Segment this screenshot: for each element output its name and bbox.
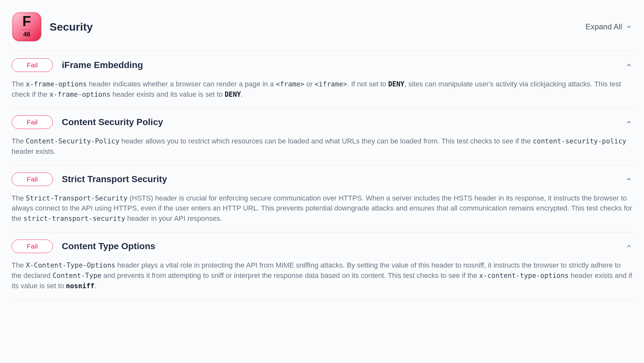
security-item: FailStrict Transport SecurityThe Strict-… <box>12 165 632 233</box>
chevron-up-icon <box>625 119 632 126</box>
item-title: Strict Transport Security <box>62 174 167 184</box>
item-description: The X-Content-Type-Options header plays … <box>12 260 632 291</box>
item-header[interactable]: FailStrict Transport Security <box>12 172 632 186</box>
expand-all-label: Expand All <box>586 22 622 31</box>
grade-letter: F <box>23 14 31 28</box>
security-item: FailiFrame EmbeddingThe x-frame-options … <box>12 51 632 108</box>
item-header-left: FailiFrame Embedding <box>12 58 143 72</box>
item-title: Content Security Policy <box>62 117 163 127</box>
expand-all-button[interactable]: Expand All <box>586 22 632 31</box>
item-description: The Content-Security-Policy header allow… <box>12 136 632 157</box>
status-pill: Fail <box>12 115 53 129</box>
status-pill: Fail <box>12 58 53 72</box>
header-left: F 46 Security <box>12 12 93 42</box>
page-title: Security <box>50 21 93 33</box>
status-pill: Fail <box>12 240 53 253</box>
chevron-down-icon <box>625 23 632 30</box>
item-header-left: FailStrict Transport Security <box>12 172 167 186</box>
item-description: The Strict-Transport-Security (HSTS) hea… <box>12 193 632 224</box>
grade-badge: F 46 <box>12 12 42 42</box>
item-header-left: FailContent Security Policy <box>12 115 163 129</box>
item-header[interactable]: FailContent Type Options <box>12 240 632 253</box>
security-item: FailContent Security PolicyThe Content-S… <box>12 108 632 165</box>
item-header[interactable]: FailContent Security Policy <box>12 115 632 129</box>
section-header: F 46 Security Expand All <box>12 12 632 51</box>
item-title: iFrame Embedding <box>62 60 143 70</box>
item-header-left: FailContent Type Options <box>12 240 155 253</box>
grade-score: 46 <box>21 30 32 38</box>
status-pill: Fail <box>12 172 53 186</box>
security-item: FailContent Type OptionsThe X-Content-Ty… <box>12 232 632 300</box>
item-title: Content Type Options <box>62 241 155 251</box>
item-header[interactable]: FailiFrame Embedding <box>12 58 632 72</box>
chevron-up-icon <box>625 243 632 250</box>
chevron-up-icon <box>625 176 632 183</box>
item-description: The x-frame-options header indicates whe… <box>12 79 632 100</box>
chevron-up-icon <box>625 62 632 69</box>
items-list: FailiFrame EmbeddingThe x-frame-options … <box>12 51 632 300</box>
